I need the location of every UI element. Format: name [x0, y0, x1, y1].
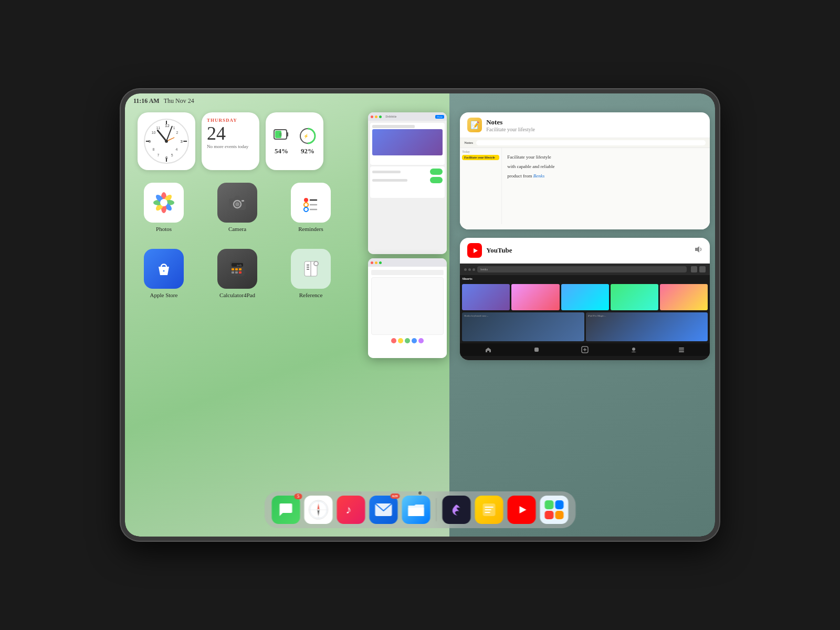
browser-action-btn[interactable]	[691, 266, 697, 272]
toggle-on[interactable]	[430, 169, 443, 175]
yt-dock-icon	[513, 503, 530, 516]
yt-thumb-3[interactable]	[561, 284, 609, 310]
browser-action-btn-2[interactable]	[699, 266, 706, 272]
toggle-on-2[interactable]	[430, 177, 443, 183]
yt-home-icon	[485, 346, 491, 353]
window-title-bar: Dribbble Done	[368, 112, 447, 121]
done-btn[interactable]: Done	[435, 115, 444, 119]
browser-actions	[691, 266, 706, 272]
browser-controls	[464, 268, 475, 271]
fenix-icon	[449, 502, 465, 518]
swatch-purple	[418, 338, 424, 343]
dock-appgroup[interactable]	[540, 496, 569, 524]
app-reminders[interactable]: Reminders	[285, 183, 337, 240]
svg-rect-55	[235, 271, 238, 274]
calculator-icon: a+b	[217, 249, 257, 289]
svg-point-47	[163, 270, 165, 272]
expand-dot-2	[379, 261, 382, 264]
yt-subs-icon	[631, 346, 637, 353]
notes-widget[interactable]: 📝 Notes Facilitate your lifestyle Notes	[460, 112, 710, 229]
multitask-window-bottom[interactable]	[368, 258, 447, 358]
yt-large-thumb-2[interactable]: iPad Pro Magic...	[586, 312, 708, 341]
yt-shorts-label: Shorts	[460, 275, 710, 282]
notes-search[interactable]	[476, 140, 706, 145]
svg-rect-53	[239, 268, 242, 270]
yt-url-bar[interactable]: benks	[477, 266, 687, 272]
dock-files[interactable]	[402, 496, 430, 524]
yt-nav-library[interactable]	[678, 346, 685, 353]
youtube-widget[interactable]: YouTube	[460, 238, 710, 360]
svg-text:10: 10	[152, 131, 156, 134]
svg-text:1: 1	[173, 126, 175, 130]
camera-label: Camera	[228, 226, 246, 232]
calculator-label: Calculator4Pad	[219, 292, 255, 298]
dock-fenix[interactable]	[443, 496, 471, 524]
yt-large-thumb-1[interactable]: Benks keyboard case...	[462, 312, 584, 341]
color-swatches	[371, 338, 444, 343]
notes-content: Notes Today Facilitate your lifestyle	[460, 138, 710, 229]
window-content	[368, 121, 447, 254]
yt-nav-shorts[interactable]	[533, 346, 540, 353]
yt-thumb-4[interactable]	[611, 284, 658, 310]
ipad-battery-pct: 54%	[275, 147, 288, 155]
dock-mail[interactable]: 629	[370, 496, 398, 524]
multitask-window-top[interactable]: Dribbble Done	[368, 112, 447, 254]
svg-text:♪: ♪	[346, 503, 352, 516]
app-calculator[interactable]: a+b Calculator4Pad	[211, 249, 264, 307]
swatch-red	[391, 338, 396, 343]
clock-widget[interactable]: 12 3 6 9 1 2 4 5 7 8 10 11	[138, 112, 195, 170]
app-camera[interactable]: Camera	[211, 183, 264, 240]
minimize-dot-2	[375, 261, 377, 264]
yt-thumb-1[interactable]	[462, 284, 510, 310]
dock-youtube[interactable]	[508, 496, 536, 524]
group-icon-2	[555, 500, 564, 509]
yt-shorts-icon	[533, 346, 540, 353]
hw-line3: product from	[507, 173, 533, 178]
reminders-icon	[291, 183, 331, 223]
app-photos[interactable]: Photos	[138, 183, 190, 240]
svg-rect-56	[239, 271, 242, 274]
battery-icons-row: 54% ⚡ 92%	[272, 127, 317, 155]
url-text: benks	[480, 268, 488, 271]
yt-nav-bar	[460, 343, 710, 356]
swatch-yellow	[398, 338, 403, 343]
yt-thumb-2[interactable]	[511, 284, 559, 310]
yt-thumb-5[interactable]	[660, 284, 708, 310]
app-apple-store[interactable]: Apple Store	[138, 249, 190, 307]
yt-nav-plus[interactable]	[581, 346, 589, 353]
svg-text:11: 11	[156, 126, 160, 130]
reminders-label: Reminders	[298, 226, 323, 232]
svg-rect-72	[679, 350, 684, 351]
svg-text:4: 4	[176, 148, 178, 151]
group-icon-4	[555, 511, 564, 520]
notes-toolbar: Notes	[460, 138, 710, 148]
right-half: Dribbble Done	[449, 93, 715, 537]
battery-widget[interactable]: 54% ⚡ 92%	[266, 112, 323, 170]
dock-messages[interactable]: 5	[272, 496, 300, 524]
dock-safari[interactable]	[304, 496, 333, 524]
yt-header: YouTube	[460, 238, 710, 263]
notes-main-content: Facilitate your lifestyle with capable a…	[502, 148, 710, 224]
yt-nav-subs[interactable]	[631, 346, 637, 353]
notes-title: Notes	[486, 118, 535, 127]
yt-nav-home[interactable]	[485, 346, 491, 353]
close-dot-2	[371, 261, 373, 264]
notes-highlight-item[interactable]: Facilitate your lifestyle	[462, 155, 499, 160]
yt-library-icon	[678, 346, 685, 353]
sidebar-today: Today	[462, 150, 499, 153]
yt-title: YouTube	[486, 246, 512, 255]
svg-rect-22	[287, 132, 288, 136]
svg-text:5: 5	[171, 153, 173, 157]
app-reference[interactable]: Reference	[285, 249, 337, 307]
highlight-text: Facilitate your lifestyle	[464, 156, 497, 159]
dock-notes[interactable]	[475, 496, 503, 524]
svg-rect-39	[242, 200, 244, 202]
ipad-battery-wrap: 54%	[272, 127, 290, 155]
reminders-svg	[298, 190, 324, 216]
page-dot-active	[418, 491, 422, 495]
preview-image	[372, 129, 443, 155]
dock-music[interactable]: ♪	[337, 496, 365, 524]
page-dots	[418, 491, 422, 495]
calendar-widget[interactable]: THURSDAY 24 No more events today	[202, 112, 259, 170]
status-bar: 11:16 AM Thu Nov 24	[125, 93, 449, 108]
